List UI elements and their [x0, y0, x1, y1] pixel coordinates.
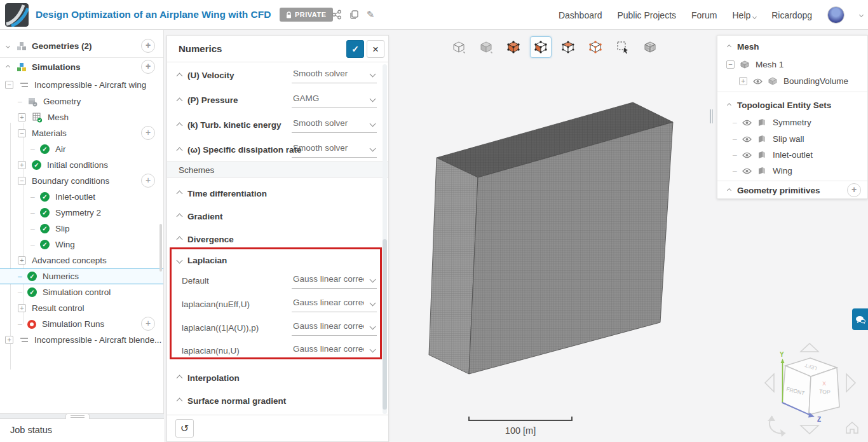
- select-vertex-icon[interactable]: [585, 36, 606, 58]
- section-divergence[interactable]: Divergence: [167, 231, 381, 247]
- project-title[interactable]: Design Optimization of an Airplane Wing …: [36, 9, 271, 20]
- share-icon[interactable]: [331, 9, 342, 20]
- laplacian-1au-select[interactable]: Gauss linear correc: [292, 319, 377, 336]
- tke-solver-select[interactable]: Smooth solver: [292, 116, 377, 133]
- sdr-solver-select[interactable]: Smooth solver: [292, 141, 377, 158]
- expand-icon[interactable]: +: [5, 336, 13, 344]
- tree-item-inlet-outlet[interactable]: – Inlet-outlet: [717, 147, 867, 163]
- add-geometry-button[interactable]: +: [141, 39, 155, 53]
- view-right-arrow[interactable]: [846, 374, 855, 392]
- view-down-arrow[interactable]: [801, 425, 818, 434]
- collapse-icon[interactable]: −: [726, 60, 735, 69]
- close-button[interactable]: ×: [367, 40, 384, 58]
- select-volume-icon[interactable]: [503, 36, 524, 58]
- section-interpolation[interactable]: Interpolation: [167, 369, 381, 386]
- nav-public-projects[interactable]: Public Projects: [617, 10, 676, 20]
- nav-dashboard[interactable]: Dashboard: [559, 10, 602, 20]
- section-time-differentiation[interactable]: Time differentiation: [167, 185, 381, 202]
- eye-icon[interactable]: [742, 136, 752, 142]
- chat-button[interactable]: [852, 308, 868, 330]
- add-simulation-run-button[interactable]: +: [141, 317, 155, 331]
- app-logo[interactable]: [5, 3, 29, 27]
- expand-icon[interactable]: +: [18, 304, 26, 312]
- mesh-clip-icon[interactable]: [639, 36, 661, 58]
- avatar[interactable]: [827, 6, 844, 24]
- sidebar-item-slip[interactable]: – ✓ Slip: [0, 221, 163, 237]
- job-status-panel[interactable]: Job status: [0, 418, 164, 442]
- sidebar-item-advanced-concepts[interactable]: + Advanced concepts: [0, 252, 163, 268]
- view-left-arrow[interactable]: [765, 374, 774, 392]
- geometry-primitives-header[interactable]: Geometry primitives +: [717, 183, 867, 198]
- sidebar-item-wing[interactable]: – ✓ Wing: [0, 237, 163, 252]
- collapse-icon[interactable]: −: [5, 81, 13, 89]
- sidebar-item-symmetry-2[interactable]: – ✓ Symmetry 2: [0, 205, 163, 221]
- sidebar-scrollbar[interactable]: [159, 224, 162, 272]
- select-edge-icon[interactable]: [557, 36, 579, 58]
- navigation-cube[interactable]: LEFT FRONT TOP Y Z X: [756, 331, 864, 439]
- sidebar-item-sim-aircraft-wing[interactable]: − Incompressible - Aircraft wing: [0, 77, 163, 93]
- nav-forum[interactable]: Forum: [691, 10, 717, 20]
- edit-pencil-icon[interactable]: ✎: [365, 9, 376, 20]
- mesh-section-header[interactable]: Mesh: [717, 39, 867, 55]
- sidebar-item-simulations[interactable]: Simulations +: [0, 59, 163, 75]
- sidebar-item-mesh[interactable]: + Mesh: [0, 109, 163, 125]
- tree-item-slip-wall[interactable]: – Slip wall: [717, 131, 867, 147]
- sidebar-item-boundary-conditions[interactable]: − Boundary conditions +: [0, 173, 163, 189]
- job-status-handle[interactable]: [65, 413, 90, 419]
- eye-icon[interactable]: [742, 152, 752, 158]
- sidebar-item-sim-aircraft-blended[interactable]: + Incompressible - Aircraft blende...: [0, 332, 163, 348]
- eye-icon[interactable]: [753, 78, 763, 85]
- wireframe-view-icon[interactable]: [448, 36, 470, 58]
- add-boundary-condition-button[interactable]: +: [141, 174, 155, 188]
- box-select-icon[interactable]: [612, 36, 634, 58]
- add-simulation-button[interactable]: +: [141, 60, 155, 74]
- sidebar-item-inlet-outlet[interactable]: – ✓ Inlet-outlet: [0, 189, 163, 205]
- chevron-up-icon: [177, 236, 183, 242]
- add-material-button[interactable]: +: [141, 126, 155, 140]
- laplacian-default-select[interactable]: Gauss linear correc: [292, 272, 377, 289]
- expand-icon[interactable]: +: [18, 161, 26, 169]
- chevron-up-icon: [177, 397, 183, 404]
- add-geometry-primitive-button[interactable]: +: [847, 183, 861, 197]
- tree-item-wing[interactable]: – Wing: [717, 163, 867, 179]
- home-view-icon[interactable]: [846, 422, 858, 433]
- sidebar-item-geometries[interactable]: Geometries (2) +: [0, 38, 163, 54]
- expand-icon[interactable]: +: [18, 256, 26, 265]
- laplacian-nueff-select[interactable]: Gauss linear correc: [292, 296, 377, 312]
- chevron-up-icon: [177, 98, 183, 104]
- sidebar-item-simulation-control[interactable]: – ✓ Simulation control: [0, 284, 163, 300]
- sidebar-item-result-control[interactable]: + Result control: [0, 300, 163, 316]
- undo-button[interactable]: ↺: [175, 419, 194, 438]
- expand-icon[interactable]: +: [739, 77, 747, 85]
- panel-scrollbar-thumb[interactable]: [383, 239, 387, 410]
- tree-item-mesh-1[interactable]: − Mesh 1: [717, 57, 867, 73]
- section-surface-normal-gradient[interactable]: Surface normal gradient: [167, 392, 381, 409]
- tree-item-symmetry[interactable]: – Symmetry: [717, 114, 867, 130]
- section-gradient[interactable]: Gradient: [167, 208, 381, 224]
- sidebar-item-geometry[interactable]: – Geometry: [0, 93, 163, 109]
- sidebar-item-initial-conditions[interactable]: + ✓ Initial conditions: [0, 157, 163, 173]
- nav-username[interactable]: Ricardopg: [771, 10, 812, 20]
- collapse-icon[interactable]: −: [18, 129, 26, 137]
- eye-icon[interactable]: [742, 168, 752, 174]
- solid-view-icon[interactable]: [475, 36, 497, 58]
- velocity-solver-select[interactable]: Smooth solver: [292, 67, 377, 83]
- collapse-icon[interactable]: −: [18, 177, 26, 185]
- topo-section-header[interactable]: Topological Entity Sets: [717, 97, 867, 113]
- sidebar-item-simulation-runs[interactable]: – Simulation Runs +: [0, 316, 163, 332]
- pressure-solver-select[interactable]: GAMG: [292, 92, 377, 108]
- panel-resize-handle[interactable]: [709, 108, 714, 125]
- laplacian-nu-select[interactable]: Gauss linear correc: [292, 342, 377, 359]
- nav-help[interactable]: Help: [732, 10, 756, 20]
- sidebar-item-air[interactable]: – ✓ Air: [0, 141, 163, 157]
- sidebar-item-numerics[interactable]: – ✓ Numerics: [0, 268, 163, 284]
- expand-icon[interactable]: +: [18, 113, 26, 121]
- select-face-icon[interactable]: [530, 36, 552, 58]
- section-laplacian[interactable]: Laplacian: [167, 252, 381, 268]
- tree-item-boundingvolume[interactable]: + BoundingVolume: [717, 73, 867, 89]
- sidebar-item-materials[interactable]: − Materials +: [0, 125, 163, 141]
- copy-icon[interactable]: [348, 9, 360, 20]
- apply-button[interactable]: ✓: [346, 40, 364, 58]
- eye-icon[interactable]: [742, 120, 752, 126]
- view-up-arrow[interactable]: [801, 343, 818, 352]
